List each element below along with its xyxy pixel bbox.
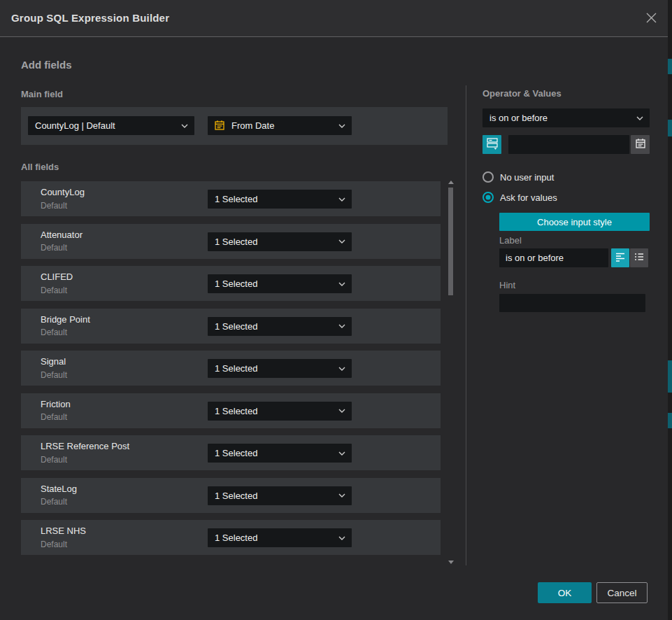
- field-subtitle: Default: [41, 497, 67, 507]
- main-field-heading: Main field: [21, 89, 63, 99]
- field-name: CountyLog: [41, 187, 85, 197]
- close-icon: [645, 12, 657, 27]
- group-sql-expression-builder-dialog: Group SQL Expression Builder Add fields …: [0, 0, 672, 620]
- close-button[interactable]: [643, 11, 659, 27]
- label-input-value: is on or before: [506, 253, 564, 263]
- scrollbar-thumb[interactable]: [448, 188, 453, 295]
- hint-input[interactable]: [499, 294, 645, 312]
- background-fragment: [668, 413, 672, 428]
- field-name: CLIFED: [41, 272, 73, 282]
- chevron-down-icon: [338, 239, 345, 244]
- field-values-select-value: 1 Selected: [215, 321, 257, 332]
- single-line-input-style-button[interactable]: [611, 248, 629, 267]
- field-subtitle: Default: [41, 327, 67, 337]
- chevron-down-icon: [338, 367, 345, 371]
- field-row: Friction Default 1 Selected: [21, 393, 441, 428]
- chevron-down-icon: [181, 124, 188, 128]
- field-values-select[interactable]: 1 Selected: [208, 444, 352, 463]
- ok-button[interactable]: OK: [538, 582, 592, 603]
- field-values-select-value: 1 Selected: [215, 406, 257, 416]
- field-subtitle: Default: [41, 455, 67, 465]
- dialog-header: Group SQL Expression Builder: [0, 0, 668, 37]
- field-subtitle: Default: [41, 540, 67, 549]
- background-app-sliver: [668, 0, 672, 620]
- background-fragment: [668, 120, 672, 136]
- scrollbar-up-arrow-icon[interactable]: [448, 181, 454, 184]
- main-layer-select[interactable]: CountyLog | Default: [28, 116, 194, 135]
- field-row: LRSE Reference Post Default 1 Selected: [21, 435, 441, 470]
- field-subtitle: Default: [41, 243, 67, 253]
- main-layer-select-value: CountyLog | Default: [35, 120, 115, 131]
- field-row: StateLog Default 1 Selected: [21, 478, 441, 513]
- field-values-select-value: 1 Selected: [215, 363, 257, 374]
- field-row: CLIFED Default 1 Selected: [21, 266, 441, 301]
- calendar-icon: [635, 138, 646, 152]
- field-values-select-value: 1 Selected: [215, 491, 257, 501]
- main-field-select[interactable]: From Date: [208, 116, 352, 135]
- field-values-select[interactable]: 1 Selected: [208, 274, 352, 293]
- field-subtitle: Default: [41, 412, 67, 422]
- chevron-down-icon: [338, 324, 345, 328]
- field-name: LRSE NHS: [41, 526, 86, 536]
- label-caption: Label: [499, 235, 522, 246]
- field-values-select[interactable]: 1 Selected: [208, 190, 352, 209]
- field-name: Bridge Point: [41, 314, 90, 325]
- chevron-down-icon: [338, 197, 345, 202]
- all-fields-list: CountyLog Default 1 Selected Attenuator …: [21, 181, 441, 563]
- field-row: Attenuator Default 1 Selected: [21, 224, 441, 259]
- field-name: LRSE Reference Post: [41, 441, 129, 451]
- field-name: Friction: [41, 399, 71, 409]
- field-row: Signal Default 1 Selected: [21, 351, 441, 386]
- scrollbar-down-arrow-icon[interactable]: [448, 561, 454, 564]
- radio-ask-for-values-label: Ask for values: [500, 192, 557, 203]
- field-values-select[interactable]: 1 Selected: [208, 402, 352, 421]
- main-field-select-value: From Date: [231, 120, 274, 131]
- field-values-select-value: 1 Selected: [215, 448, 257, 458]
- operator-select[interactable]: is on or before: [482, 108, 650, 127]
- chevron-down-icon: [338, 409, 345, 413]
- field-values-select[interactable]: 1 Selected: [208, 486, 352, 505]
- field-values-select-value: 1 Selected: [215, 194, 257, 204]
- choose-input-style-button[interactable]: Choose input style: [499, 213, 650, 231]
- field-name: Signal: [41, 356, 66, 367]
- radio-no-user-input[interactable]: No user input: [482, 171, 554, 183]
- operator-values-heading: Operator & Values: [482, 88, 562, 99]
- radio-circle-icon: [482, 171, 494, 183]
- label-input[interactable]: is on or before: [499, 248, 608, 267]
- field-subtitle: Default: [41, 201, 67, 211]
- field-values-select-value: 1 Selected: [215, 533, 257, 543]
- field-name: StateLog: [41, 484, 77, 494]
- field-row: CountyLog Default 1 Selected: [21, 181, 441, 216]
- calendar-icon: [214, 120, 225, 133]
- operator-select-value: is on or before: [489, 113, 548, 123]
- cancel-button[interactable]: Cancel: [596, 582, 648, 603]
- chevron-down-icon: [338, 282, 345, 286]
- field-values-select[interactable]: 1 Selected: [208, 359, 352, 378]
- list-input-style-button[interactable]: [630, 248, 648, 267]
- field-row: Bridge Point Default 1 Selected: [21, 309, 441, 344]
- radio-ask-for-values[interactable]: Ask for values: [482, 192, 557, 203]
- field-values-select-value: 1 Selected: [215, 237, 257, 247]
- date-value-input[interactable]: [508, 135, 629, 154]
- bullet-list-icon: [634, 251, 645, 265]
- background-fragment: [668, 59, 672, 74]
- background-fragment: [668, 360, 672, 393]
- field-subtitle: Default: [41, 286, 67, 295]
- main-field-row: CountyLog | Default From Date: [21, 107, 448, 145]
- field-values-select[interactable]: 1 Selected: [208, 317, 352, 336]
- scrollbar[interactable]: [446, 179, 456, 565]
- radio-no-user-input-label: No user input: [500, 172, 554, 183]
- field-values-select-value: 1 Selected: [215, 279, 257, 289]
- hint-caption: Hint: [499, 280, 515, 290]
- date-picker-button[interactable]: [631, 135, 650, 154]
- field-values-select[interactable]: 1 Selected: [208, 232, 352, 251]
- dialog-title: Group SQL Expression Builder: [11, 12, 169, 24]
- radio-selected-icon: [482, 192, 494, 203]
- all-fields-heading: All fields: [21, 162, 59, 172]
- chevron-down-icon: [338, 536, 345, 540]
- panel-divider: [466, 85, 466, 565]
- field-values-select[interactable]: 1 Selected: [208, 528, 352, 547]
- add-fields-heading: Add fields: [21, 59, 72, 71]
- chevron-down-icon: [338, 493, 345, 498]
- value-input-type-button[interactable]: [482, 135, 501, 154]
